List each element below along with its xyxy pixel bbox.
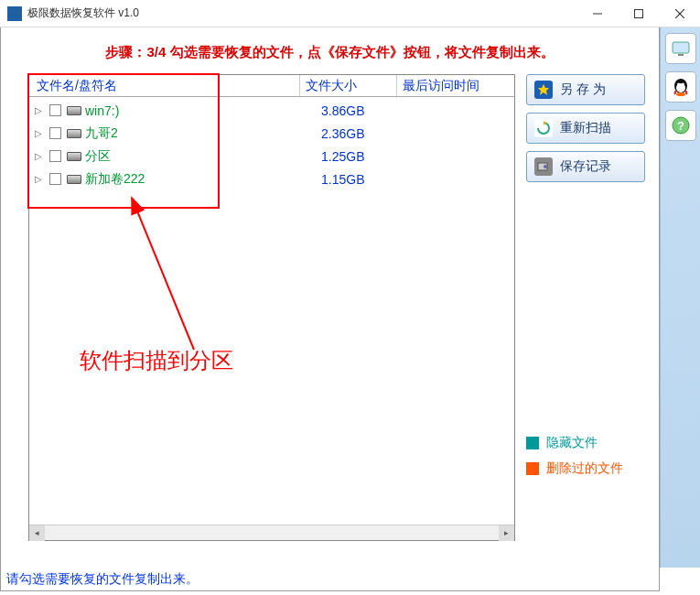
column-name[interactable]: 文件名/盘符名 [29, 78, 299, 94]
status-text: 请勾选需要恢复的文件复制出来。 [6, 571, 199, 588]
table-row[interactable]: ▷ 分区 1.25GB [29, 145, 514, 168]
minimize-button[interactable] [576, 0, 618, 27]
horizontal-scrollbar[interactable]: ◂ ▸ [29, 525, 514, 540]
rescan-button[interactable]: 重新扫描 [526, 113, 645, 144]
svg-text:?: ? [677, 119, 684, 133]
svg-point-9 [544, 165, 547, 168]
column-time[interactable]: 最后访问时间 [397, 78, 514, 94]
annotation-text: 软件扫描到分区 [80, 346, 233, 375]
dock-item-monitor[interactable] [665, 33, 696, 64]
svg-marker-6 [538, 84, 549, 95]
row-checkbox[interactable] [49, 150, 61, 162]
expand-icon[interactable]: ▷ [35, 128, 46, 138]
file-list-panel: 文件名/盘符名 文件大小 最后访问时间 ▷ win7:) 3.86GB ▷ [28, 74, 515, 541]
table-row[interactable]: ▷ 新加卷222 1.15GB [29, 168, 514, 190]
file-size: 3.86GB [303, 103, 399, 118]
annotation-arrow [121, 194, 231, 359]
dock-item-qq[interactable] [665, 71, 696, 103]
scroll-right-icon[interactable]: ▸ [499, 525, 514, 541]
file-list: ▷ win7:) 3.86GB ▷ 九哥2 2.36GB ▷ [29, 97, 514, 525]
svg-rect-10 [673, 42, 689, 53]
save-as-button[interactable]: 另 存 为 [526, 74, 645, 105]
legend-swatch-teal [526, 437, 539, 449]
close-button[interactable] [659, 0, 700, 27]
legend: 隐藏文件 删除过的文件 [526, 435, 645, 486]
file-name: 新加卷222 [85, 171, 303, 188]
svg-point-14 [677, 83, 680, 86]
scroll-left-icon[interactable]: ◂ [29, 525, 45, 541]
svg-point-15 [682, 83, 684, 86]
legend-swatch-orange [526, 462, 539, 475]
step-instruction: 步骤：3/4 勾选需要恢复的文件，点《保存文件》按钮，将文件复制出来。 [1, 27, 659, 74]
svg-marker-7 [544, 121, 546, 125]
status-bar: 请勾选需要恢复的文件复制出来。 [0, 568, 660, 591]
file-name: 分区 [85, 148, 303, 165]
svg-line-5 [132, 198, 194, 350]
expand-icon[interactable]: ▷ [35, 105, 46, 115]
drive-icon [67, 152, 81, 161]
expand-icon[interactable]: ▷ [35, 174, 46, 184]
legend-label: 删除过的文件 [546, 460, 623, 477]
legend-label: 隐藏文件 [546, 435, 598, 451]
legend-hidden: 隐藏文件 [526, 435, 645, 451]
drive-icon [67, 175, 81, 184]
row-checkbox[interactable] [49, 127, 61, 139]
maximize-button[interactable] [618, 0, 659, 27]
table-row[interactable]: ▷ 九哥2 2.36GB [29, 122, 514, 145]
row-checkbox[interactable] [49, 104, 61, 116]
svg-rect-11 [678, 54, 684, 56]
table-row[interactable]: ▷ win7:) 3.86GB [29, 99, 514, 122]
expand-icon[interactable]: ▷ [35, 151, 46, 161]
drive-icon [67, 129, 81, 138]
svg-rect-1 [634, 9, 642, 17]
dock-strip: ? [660, 27, 700, 568]
side-panel: 另 存 为 重新扫描 保存记录 隐藏文件 [526, 74, 645, 541]
button-label: 保存记录 [560, 158, 611, 175]
camera-icon [534, 157, 553, 176]
button-label: 另 存 为 [560, 81, 606, 98]
file-size: 2.36GB [303, 126, 399, 141]
file-name: win7:) [85, 103, 303, 118]
refresh-icon [534, 119, 553, 137]
file-size: 1.25GB [303, 149, 399, 164]
svg-point-16 [676, 92, 685, 96]
button-label: 重新扫描 [560, 120, 611, 136]
file-name: 九哥2 [85, 125, 303, 142]
column-headers: 文件名/盘符名 文件大小 最后访问时间 [29, 75, 514, 97]
app-icon [7, 6, 22, 21]
drive-icon [67, 106, 81, 115]
window-controls [576, 0, 700, 27]
star-icon [534, 81, 553, 99]
file-size: 1.15GB [303, 172, 399, 187]
save-log-button[interactable]: 保存记录 [526, 151, 645, 182]
window-title: 极限数据恢复软件 v1.0 [27, 5, 576, 21]
titlebar: 极限数据恢复软件 v1.0 [0, 0, 700, 27]
column-size[interactable]: 文件大小 [300, 78, 396, 94]
window-body: 步骤：3/4 勾选需要恢复的文件，点《保存文件》按钮，将文件复制出来。 文件名/… [0, 27, 660, 568]
dock-item-help[interactable]: ? [665, 110, 696, 141]
row-checkbox[interactable] [49, 173, 61, 185]
legend-deleted: 删除过的文件 [526, 460, 645, 477]
